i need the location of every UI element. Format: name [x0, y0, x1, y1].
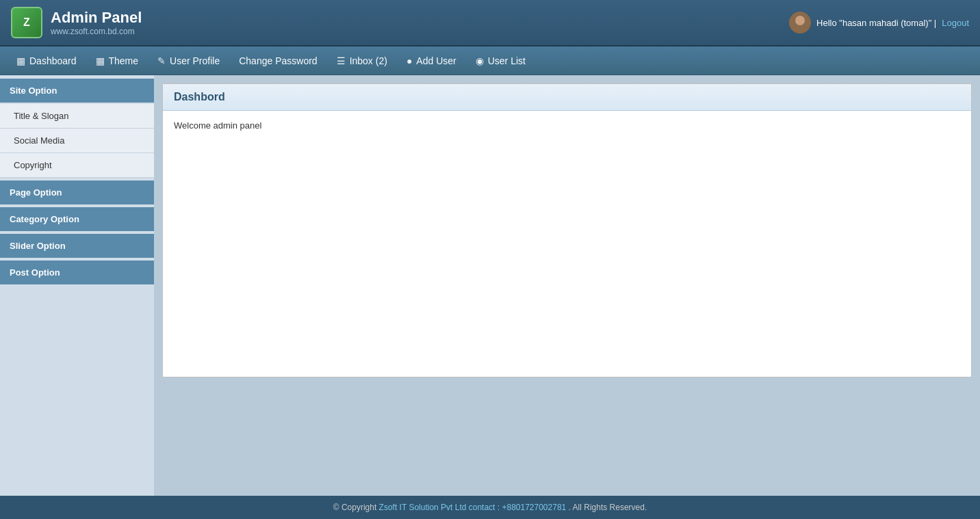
nav-change-password[interactable]: Change Password	[229, 49, 326, 73]
sidebar-item-title-slogan[interactable]: Title & Slogan	[0, 104, 154, 129]
footer-company-link[interactable]: Zsoft IT Solution Pvt Ltd contact : +880…	[379, 503, 567, 512]
edit-icon: ✎	[157, 55, 166, 66]
footer-copyright-suffix: . All Rights Reserved.	[569, 503, 647, 512]
theme-icon: ▦	[96, 55, 105, 66]
nav-dashboard[interactable]: ▦ Dashboard	[7, 49, 86, 73]
sidebar-category-option-header[interactable]: Category Option	[0, 207, 154, 231]
add-user-icon: ●	[407, 55, 412, 66]
inbox-icon: ☰	[337, 55, 346, 66]
avatar	[789, 12, 811, 34]
nav-inbox-label: Inbox (2)	[350, 55, 387, 66]
logout-link[interactable]: Logout	[942, 18, 969, 28]
app-title: Admin Panel	[51, 9, 142, 27]
nav-theme-label: Theme	[109, 55, 139, 66]
header-right: Hello "hasan mahadi (tomal)" | Logout	[789, 12, 969, 34]
sidebar-page-option-header[interactable]: Page Option	[0, 181, 154, 204]
nav-user-list[interactable]: ◉ User List	[466, 49, 535, 73]
navbar: ▦ Dashboard ▦ Theme ✎ User Profile Chang…	[0, 46, 980, 75]
nav-user-profile[interactable]: ✎ User Profile	[148, 49, 229, 73]
sidebar-item-copyright[interactable]: Copyright	[0, 153, 154, 178]
sidebar-item-social-media[interactable]: Social Media	[0, 129, 154, 153]
content-panel-body: Welcome admin panel	[163, 111, 971, 140]
logo: Z	[11, 7, 42, 38]
header: Z Admin Panel www.zsoft.com.bd.com Hello…	[0, 0, 980, 46]
content-panel-title: Dashbord	[163, 84, 971, 111]
sidebar: Site Option Title & Slogan Social Media …	[0, 75, 154, 496]
nav-theme[interactable]: ▦ Theme	[86, 49, 149, 73]
header-left: Z Admin Panel www.zsoft.com.bd.com	[11, 7, 142, 38]
user-list-icon: ◉	[476, 55, 484, 66]
nav-user-profile-label: User Profile	[170, 55, 220, 66]
nav-dashboard-label: Dashboard	[29, 55, 77, 66]
nav-user-list-label: User List	[488, 55, 526, 66]
sidebar-site-option-header[interactable]: Site Option	[0, 79, 154, 103]
nav-add-user[interactable]: ● Add User	[397, 49, 466, 73]
content-panel: Dashbord Welcome admin panel	[162, 83, 972, 377]
bar-chart-icon: ▦	[16, 55, 25, 66]
footer: © Copyright Zsoft IT Solution Pvt Ltd co…	[0, 496, 980, 519]
header-title: Admin Panel www.zsoft.com.bd.com	[51, 9, 142, 36]
footer-copyright-prefix: © Copyright	[333, 503, 377, 512]
nav-inbox[interactable]: ☰ Inbox (2)	[327, 49, 397, 73]
nav-change-password-label: Change Password	[239, 55, 317, 66]
sidebar-slider-option-header[interactable]: Slider Option	[0, 234, 154, 258]
sidebar-post-option-header[interactable]: Post Option	[0, 261, 154, 284]
content-area: Dashbord Welcome admin panel	[154, 75, 980, 496]
main-layout: Site Option Title & Slogan Social Media …	[0, 75, 980, 496]
app-subtitle: www.zsoft.com.bd.com	[51, 27, 142, 36]
welcome-text: Welcome admin panel	[174, 120, 261, 131]
nav-add-user-label: Add User	[416, 55, 456, 66]
user-greeting: Hello "hasan mahadi (tomal)" |	[816, 18, 936, 28]
